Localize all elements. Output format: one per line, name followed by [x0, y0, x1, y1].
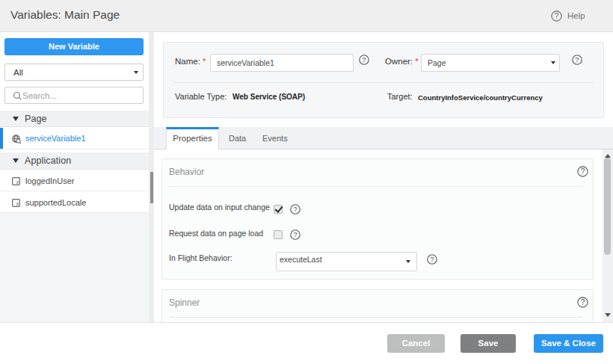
svg-text:?: ? — [430, 255, 434, 263]
svg-text:?: ? — [575, 55, 579, 64]
svg-text:?: ? — [293, 230, 297, 238]
svg-text:?: ? — [581, 298, 585, 306]
svg-text:?: ? — [293, 205, 297, 213]
svg-text:?: ? — [362, 55, 366, 64]
svg-text:?: ? — [581, 167, 585, 176]
svg-text:x: x — [16, 201, 19, 206]
svg-text:?: ? — [555, 12, 559, 20]
svg-text:x: x — [16, 179, 19, 185]
